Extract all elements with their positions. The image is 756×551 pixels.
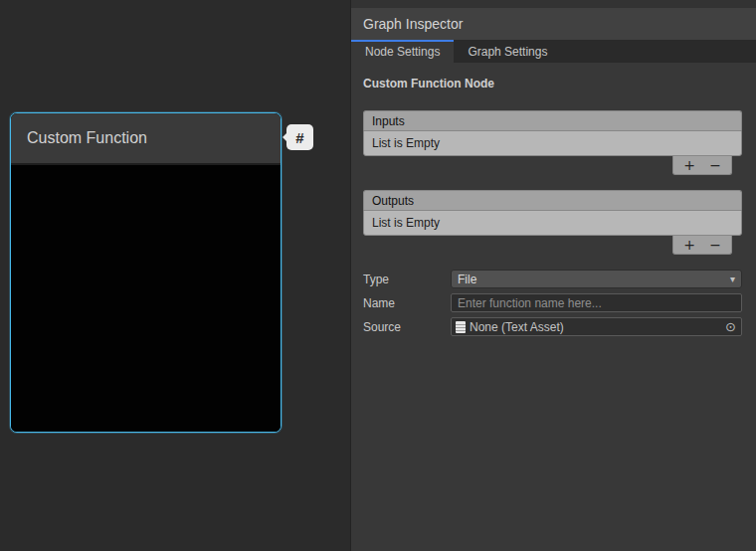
outputs-list-footer: + − bbox=[672, 236, 732, 255]
tab-graph-settings[interactable]: Graph Settings bbox=[454, 40, 561, 63]
tab-graph-settings-label: Graph Settings bbox=[468, 45, 547, 59]
inputs-empty-text: List is Empty bbox=[372, 136, 440, 150]
chevron-down-icon: ▾ bbox=[730, 274, 735, 284]
type-dropdown-value: File bbox=[458, 273, 476, 286]
source-field-row: Source None (Text Asset) ⊙ bbox=[363, 317, 742, 336]
node-settings-heading: Custom Function Node bbox=[363, 77, 742, 91]
outputs-empty-text: List is Empty bbox=[372, 216, 440, 230]
inputs-list-title: Inputs bbox=[372, 114, 405, 128]
inspector-header[interactable]: Graph Inspector bbox=[351, 8, 756, 40]
name-field-row: Name bbox=[363, 293, 742, 312]
name-label: Name bbox=[363, 296, 451, 310]
inspector-top-gap bbox=[351, 0, 756, 8]
source-label: Source bbox=[363, 320, 451, 334]
outputs-list-title: Outputs bbox=[372, 194, 414, 208]
type-field-row: Type File ▾ bbox=[363, 270, 742, 288]
source-object-field[interactable]: None (Text Asset) ⊙ bbox=[451, 317, 742, 336]
custom-function-node[interactable]: Custom Function bbox=[10, 112, 282, 433]
node-header[interactable]: Custom Function bbox=[11, 113, 281, 165]
inputs-list: Inputs List is Empty + − bbox=[363, 110, 742, 156]
source-object-value: None (Text Asset) bbox=[470, 320, 719, 334]
outputs-list: Outputs List is Empty + − bbox=[363, 190, 742, 236]
hash-badge-label: # bbox=[295, 129, 303, 146]
outputs-remove-button[interactable]: − bbox=[703, 237, 727, 254]
tab-node-settings[interactable]: Node Settings bbox=[351, 40, 454, 63]
node-settings-pane: Custom Function Node Inputs List is Empt… bbox=[351, 63, 756, 336]
inputs-add-button[interactable]: + bbox=[677, 157, 701, 174]
inspector-tabbar: Node Settings Graph Settings bbox=[351, 40, 756, 63]
inputs-list-footer: + − bbox=[672, 156, 732, 175]
inputs-empty-row: List is Empty bbox=[363, 130, 742, 156]
node-body bbox=[11, 165, 281, 432]
shader-graph-window: Custom Function # Graph Inspector Node S… bbox=[0, 0, 756, 551]
inputs-remove-button[interactable]: − bbox=[703, 157, 727, 174]
hash-badge-icon[interactable]: # bbox=[286, 124, 313, 150]
node-title: Custom Function bbox=[27, 129, 147, 147]
text-asset-icon bbox=[456, 321, 466, 333]
inputs-list-header: Inputs bbox=[363, 110, 742, 130]
inspector-title: Graph Inspector bbox=[363, 16, 463, 32]
object-picker-icon[interactable]: ⊙ bbox=[723, 318, 738, 335]
function-name-input[interactable] bbox=[451, 293, 742, 312]
outputs-add-button[interactable]: + bbox=[677, 237, 701, 254]
type-label: Type bbox=[363, 273, 451, 286]
type-dropdown[interactable]: File ▾ bbox=[451, 270, 742, 288]
outputs-list-header: Outputs bbox=[363, 190, 742, 210]
tab-node-settings-label: Node Settings bbox=[365, 45, 440, 59]
outputs-empty-row: List is Empty bbox=[363, 210, 742, 236]
graph-inspector-panel: Graph Inspector Node Settings Graph Sett… bbox=[350, 0, 756, 551]
